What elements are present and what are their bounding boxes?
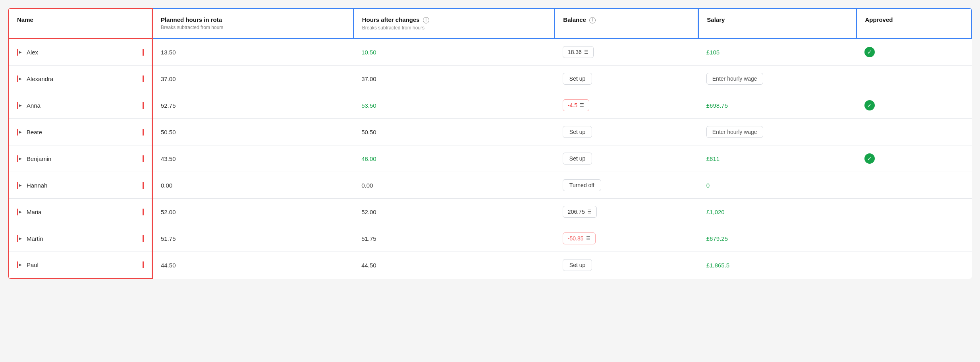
salary-value: £1,865.5 bbox=[706, 262, 729, 269]
hours-after-value: 52.00 bbox=[361, 209, 376, 215]
approved-icon: ✓ bbox=[864, 47, 875, 57]
table-row: ► Beate 50.5050.50Set upEnter hourly wag… bbox=[9, 119, 972, 145]
hours-after-cell: 46.00 bbox=[353, 145, 555, 172]
balance-value-button[interactable]: 18.36 ☰ bbox=[563, 46, 594, 58]
planned-hours-cell: 44.50 bbox=[152, 252, 353, 279]
balance-list-icon: ☰ bbox=[584, 49, 588, 55]
approved-cell bbox=[857, 252, 972, 279]
salary-cell: £611 bbox=[698, 145, 857, 172]
planned-hours-value: 37.00 bbox=[161, 75, 176, 82]
row-expand-icon[interactable]: ► bbox=[18, 76, 23, 81]
hours-after-cell: 44.50 bbox=[353, 252, 555, 279]
balance-amount: -50.85 bbox=[568, 235, 584, 242]
employee-name: Alex bbox=[27, 49, 38, 56]
row-expand-icon[interactable]: ► bbox=[18, 130, 23, 134]
setup-button[interactable]: Set up bbox=[563, 126, 592, 138]
employee-name: Maria bbox=[27, 209, 42, 215]
approved-cell bbox=[857, 199, 972, 225]
hours-after-cell: 10.50 bbox=[353, 39, 555, 66]
enter-wage-button[interactable]: Enter hourly wage bbox=[706, 126, 763, 138]
row-expand-icon[interactable]: ► bbox=[18, 262, 23, 267]
balance-amount: 18.36 bbox=[568, 49, 582, 55]
hours-after-cell: 53.50 bbox=[353, 92, 555, 119]
header-approved: Approved bbox=[857, 9, 972, 39]
balance-value-button[interactable]: -4.5 ☰ bbox=[563, 99, 589, 111]
balance-list-icon: ☰ bbox=[580, 103, 584, 108]
name-cell: ► Alexandra bbox=[9, 66, 152, 92]
setup-button[interactable]: Set up bbox=[563, 153, 592, 165]
balance-cell: 206.75 ☰ bbox=[555, 199, 698, 225]
planned-hours-value: 52.75 bbox=[161, 102, 176, 109]
name-cell: ► Martin bbox=[9, 225, 152, 252]
name-cell: ► Benjamin bbox=[9, 145, 152, 172]
hours-after-value: 0.00 bbox=[361, 182, 373, 189]
hours-after-cell: 50.50 bbox=[353, 119, 555, 145]
row-expand-icon[interactable]: ► bbox=[18, 156, 23, 161]
header-hours-after: Hours after changes i Breaks subtracted … bbox=[353, 9, 555, 39]
table-row: ► Alex 13.5010.50 18.36 ☰ £105✓ bbox=[9, 39, 972, 66]
setup-button[interactable]: Set up bbox=[563, 259, 592, 271]
salary-cell: £1,865.5 bbox=[698, 252, 857, 279]
salary-cell: Enter hourly wage bbox=[698, 119, 857, 145]
balance-info-icon[interactable]: i bbox=[589, 17, 596, 23]
hours-after-value: 53.50 bbox=[361, 102, 376, 109]
approved-cell: ✓ bbox=[857, 92, 972, 119]
salary-value: £105 bbox=[706, 49, 720, 56]
table-row: ► Hannah 0.000.00Turned off0 bbox=[9, 172, 972, 199]
hours-after-value: 37.00 bbox=[361, 75, 376, 82]
hours-after-value: 46.00 bbox=[361, 155, 376, 162]
table-row: ► Paul 44.5044.50Set up£1,865.5 bbox=[9, 252, 972, 279]
planned-hours-cell: 52.75 bbox=[152, 92, 353, 119]
balance-cell: 18.36 ☰ bbox=[555, 39, 698, 66]
balance-cell: Turned off bbox=[555, 172, 698, 199]
planned-hours-cell: 0.00 bbox=[152, 172, 353, 199]
balance-cell: Set up bbox=[555, 145, 698, 172]
name-cell: ► Paul bbox=[9, 252, 152, 279]
planned-hours-cell: 37.00 bbox=[152, 66, 353, 92]
name-cell: ► Beate bbox=[9, 119, 152, 145]
name-cell: ► Hannah bbox=[9, 172, 152, 199]
employee-name: Beate bbox=[27, 129, 42, 136]
header-name: Name bbox=[9, 9, 152, 39]
enter-wage-button[interactable]: Enter hourly wage bbox=[706, 73, 763, 85]
balance-list-icon: ☰ bbox=[586, 236, 590, 241]
row-expand-icon[interactable]: ► bbox=[18, 103, 23, 108]
salary-value: £698.75 bbox=[706, 102, 728, 109]
name-cell: ► Anna bbox=[9, 92, 152, 119]
employee-name: Martin bbox=[27, 235, 43, 242]
hours-after-info-icon[interactable]: i bbox=[423, 17, 429, 23]
hours-after-cell: 0.00 bbox=[353, 172, 555, 199]
row-expand-icon[interactable]: ► bbox=[18, 183, 23, 188]
employee-name: Anna bbox=[27, 102, 41, 109]
table-row: ► Maria 52.0052.00 206.75 ☰ £1,020 bbox=[9, 199, 972, 225]
row-expand-icon[interactable]: ► bbox=[18, 236, 23, 241]
row-expand-icon[interactable]: ► bbox=[18, 50, 23, 54]
approved-cell: ✓ bbox=[857, 145, 972, 172]
balance-value-button[interactable]: 206.75 ☰ bbox=[563, 206, 597, 218]
name-cell: ► Maria bbox=[9, 199, 152, 225]
balance-cell: Set up bbox=[555, 119, 698, 145]
hours-after-cell: 37.00 bbox=[353, 66, 555, 92]
planned-hours-value: 50.50 bbox=[161, 129, 176, 136]
approved-cell bbox=[857, 66, 972, 92]
salary-cell: £105 bbox=[698, 39, 857, 66]
balance-cell: -50.85 ☰ bbox=[555, 225, 698, 252]
balance-value-button[interactable]: -50.85 ☰ bbox=[563, 232, 596, 244]
setup-button[interactable]: Set up bbox=[563, 73, 592, 85]
table-row: ► Alexandra 37.0037.00Set upEnter hourly… bbox=[9, 66, 972, 92]
turned-off-button[interactable]: Turned off bbox=[563, 179, 601, 191]
table-row: ► Martin 51.7551.75 -50.85 ☰ £679.25 bbox=[9, 225, 972, 252]
hours-after-value: 10.50 bbox=[361, 49, 376, 56]
balance-amount: -4.5 bbox=[568, 102, 577, 108]
hours-after-value: 51.75 bbox=[361, 235, 376, 242]
planned-hours-cell: 51.75 bbox=[152, 225, 353, 252]
balance-cell: -4.5 ☰ bbox=[555, 92, 698, 119]
salary-value: £611 bbox=[706, 155, 720, 162]
employee-name: Hannah bbox=[27, 182, 48, 189]
hours-after-value: 50.50 bbox=[361, 129, 376, 136]
row-expand-icon[interactable]: ► bbox=[18, 209, 23, 214]
planned-hours-cell: 43.50 bbox=[152, 145, 353, 172]
salary-value: 0 bbox=[706, 182, 710, 189]
employee-name: Paul bbox=[27, 261, 39, 268]
salary-cell: £1,020 bbox=[698, 199, 857, 225]
